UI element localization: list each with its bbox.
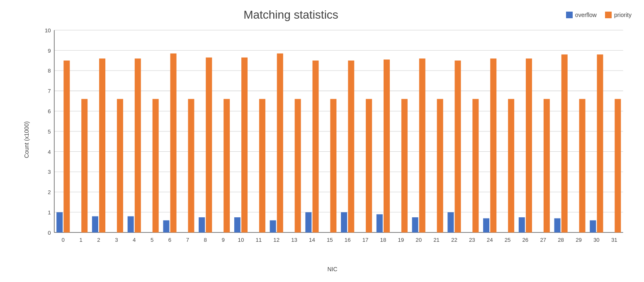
svg-rect-74 [419,58,425,232]
svg-text:8: 8 [204,237,207,243]
svg-rect-68 [377,214,383,233]
legend-priority: priority [605,12,632,18]
svg-rect-23 [56,212,63,233]
svg-text:27: 27 [540,237,546,243]
svg-text:30: 30 [593,237,600,243]
svg-rect-26 [81,99,87,233]
svg-text:2: 2 [97,237,100,243]
svg-text:10: 10 [238,237,244,243]
svg-text:19: 19 [398,237,404,243]
svg-text:7: 7 [186,237,189,243]
chart-area: Count (x1000) NIC 0123456789100123456789… [33,26,632,254]
svg-rect-91 [544,99,550,233]
svg-rect-94 [561,54,568,232]
svg-text:15: 15 [327,237,333,243]
svg-text:21: 21 [433,237,440,243]
chart-container: Matching statistics overflow priority Co… [0,0,644,282]
svg-text:4: 4 [48,149,51,155]
svg-text:8: 8 [48,68,51,74]
chart-title: Matching statistics [33,8,632,22]
svg-rect-64 [348,61,354,233]
svg-rect-56 [295,99,301,233]
svg-rect-34 [135,58,141,232]
svg-rect-43 [199,217,205,233]
svg-rect-38 [163,220,169,232]
svg-rect-49 [241,58,248,233]
svg-rect-24 [63,61,70,233]
svg-text:7: 7 [48,88,51,94]
svg-rect-46 [224,99,230,233]
svg-text:23: 23 [469,237,475,243]
svg-rect-89 [526,58,532,232]
svg-text:17: 17 [362,237,369,243]
svg-rect-33 [128,216,134,233]
svg-rect-48 [234,217,241,233]
svg-text:5: 5 [48,129,51,135]
svg-rect-79 [454,61,461,233]
svg-text:9: 9 [221,237,224,243]
legend-overflow: overflow [566,12,597,18]
svg-text:16: 16 [345,237,351,243]
svg-rect-84 [490,58,496,232]
svg-rect-99 [597,54,603,232]
svg-rect-54 [277,53,283,233]
svg-text:1: 1 [48,209,51,216]
svg-text:2: 2 [48,189,51,195]
svg-rect-66 [366,99,372,233]
svg-text:0: 0 [48,230,51,236]
svg-rect-78 [447,212,454,233]
svg-text:10: 10 [45,27,51,34]
svg-rect-93 [554,218,561,232]
svg-rect-51 [259,99,265,233]
svg-rect-53 [270,220,276,232]
svg-text:20: 20 [416,237,422,243]
svg-text:6: 6 [168,237,171,243]
svg-text:5: 5 [151,237,153,243]
svg-rect-83 [483,218,489,232]
svg-text:22: 22 [451,237,457,243]
priority-swatch [605,12,612,18]
svg-rect-81 [472,99,479,233]
svg-rect-63 [341,212,347,233]
svg-rect-88 [519,217,525,233]
svg-text:28: 28 [558,237,564,243]
svg-text:14: 14 [309,237,315,243]
svg-rect-73 [412,217,418,233]
priority-label: priority [614,12,632,18]
svg-rect-36 [153,99,159,233]
svg-text:18: 18 [380,237,386,243]
svg-rect-59 [313,61,319,233]
svg-rect-71 [401,99,408,233]
x-axis-label: NIC [327,266,337,272]
svg-rect-31 [117,99,123,233]
svg-text:3: 3 [115,237,118,243]
svg-rect-69 [384,60,390,233]
svg-rect-41 [188,99,194,233]
svg-rect-61 [330,99,336,233]
overflow-label: overflow [575,12,597,18]
svg-text:25: 25 [505,237,511,243]
svg-text:1: 1 [79,237,82,243]
svg-text:26: 26 [522,237,529,243]
overflow-swatch [566,12,573,18]
svg-text:0: 0 [62,237,65,243]
svg-rect-58 [305,212,311,233]
chart-svg: 0123456789100123456789101112131415161718… [33,26,632,254]
svg-rect-76 [437,99,443,233]
svg-rect-101 [615,99,621,233]
legend: overflow priority [566,12,632,18]
svg-text:3: 3 [48,169,51,175]
svg-rect-28 [92,216,98,233]
svg-text:6: 6 [48,108,51,114]
svg-text:11: 11 [255,237,262,243]
svg-text:12: 12 [273,237,279,243]
svg-rect-39 [170,53,177,233]
svg-rect-44 [206,58,212,233]
svg-text:29: 29 [576,237,582,243]
svg-text:31: 31 [611,237,617,243]
svg-text:9: 9 [48,48,51,54]
y-axis-label: Count (x1000) [23,122,30,158]
svg-text:24: 24 [487,237,493,243]
svg-text:13: 13 [291,237,297,243]
svg-text:4: 4 [133,237,136,243]
